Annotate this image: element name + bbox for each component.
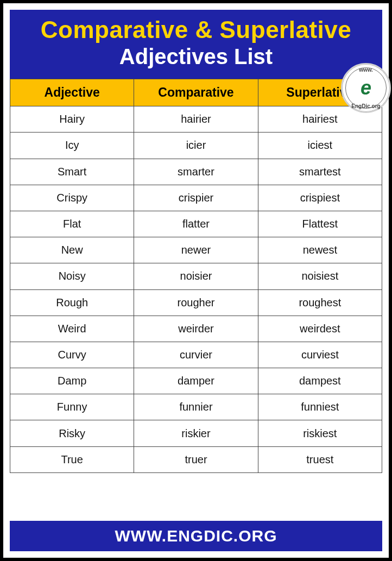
cell-adj: Icy: [10, 133, 134, 159]
cell-adj: Crispy: [10, 185, 134, 211]
cell-comp: hairier: [134, 106, 258, 133]
table-row: Curvycurviercurviest: [10, 342, 382, 368]
cell-comp: riskier: [134, 420, 258, 446]
cell-sup: roughest: [258, 289, 382, 316]
cell-sup: crispiest: [258, 185, 382, 211]
cell-sup: weirdest: [258, 316, 382, 342]
page-header: Comparative & Superlative Adjectives Lis…: [10, 10, 382, 79]
cell-sup: curviest: [258, 342, 382, 368]
page-title: Comparative & Superlative: [15, 17, 377, 42]
cell-sup: truest: [258, 446, 382, 472]
cell-sup: newest: [258, 237, 382, 263]
cell-sup: iciest: [258, 133, 382, 159]
brand-logo: www. e EngDic.org: [341, 63, 391, 113]
page-frame: Comparative & Superlative Adjectives Lis…: [0, 0, 392, 561]
table-row: Riskyriskierriskiest: [10, 420, 382, 446]
logo-top-text: www.: [359, 67, 373, 73]
cell-sup: dampest: [258, 368, 382, 394]
logo-bottom-text: EngDic.org: [351, 103, 380, 109]
logo-ring-icon: [345, 67, 387, 109]
cell-comp: newer: [134, 237, 258, 263]
cell-sup: noisiest: [258, 263, 382, 289]
cell-comp: funnier: [134, 394, 258, 420]
table-row: Hairyhairierhairiest: [10, 106, 382, 133]
cell-comp: truer: [134, 446, 258, 472]
cell-adj: Funny: [10, 394, 134, 420]
cell-sup: funniest: [258, 394, 382, 420]
cell-comp: damper: [134, 368, 258, 394]
table-header-row: Adjective Comparative Superlative: [10, 79, 382, 106]
cell-adj: Rough: [10, 289, 134, 316]
cell-comp: crispier: [134, 185, 258, 211]
table-container: Adjective Comparative Superlative Hairyh…: [10, 79, 382, 521]
table-row: Smartsmartersmartest: [10, 159, 382, 185]
table-row: Crispycrispiercrispiest: [10, 185, 382, 211]
cell-comp: noisier: [134, 263, 258, 289]
cell-comp: flatter: [134, 211, 258, 237]
cell-sup: riskiest: [258, 420, 382, 446]
col-comparative: Comparative: [134, 79, 258, 106]
cell-adj: Flat: [10, 211, 134, 237]
table-body: HairyhairierhairiestIcyiciericiestSmarts…: [10, 106, 382, 473]
table-row: Icyiciericiest: [10, 133, 382, 159]
cell-adj: Weird: [10, 316, 134, 342]
table-row: Dampdamperdampest: [10, 368, 382, 394]
cell-adj: True: [10, 446, 134, 472]
cell-comp: weirder: [134, 316, 258, 342]
adjectives-table: Adjective Comparative Superlative Hairyh…: [10, 79, 382, 473]
cell-comp: icier: [134, 133, 258, 159]
cell-adj: New: [10, 237, 134, 263]
table-row: Noisynoisiernoisiest: [10, 263, 382, 289]
cell-comp: rougher: [134, 289, 258, 316]
cell-adj: Hairy: [10, 106, 134, 133]
table-row: Truetruertruest: [10, 446, 382, 472]
page-footer: WWW.ENGDIC.ORG: [10, 521, 382, 551]
cell-comp: smarter: [134, 159, 258, 185]
table-row: Roughrougherroughest: [10, 289, 382, 316]
cell-sup: Flattest: [258, 211, 382, 237]
cell-adj: Damp: [10, 368, 134, 394]
cell-adj: Smart: [10, 159, 134, 185]
cell-adj: Curvy: [10, 342, 134, 368]
table-row: Funnyfunnierfunniest: [10, 394, 382, 420]
cell-adj: Risky: [10, 420, 134, 446]
page-subtitle: Adjectives List: [15, 45, 377, 69]
table-row: Newnewernewest: [10, 237, 382, 263]
footer-url: WWW.ENGDIC.ORG: [115, 527, 277, 545]
table-row: Weirdweirderweirdest: [10, 316, 382, 342]
col-adjective: Adjective: [10, 79, 134, 106]
cell-adj: Noisy: [10, 263, 134, 289]
table-row: FlatflatterFlattest: [10, 211, 382, 237]
cell-sup: smartest: [258, 159, 382, 185]
cell-comp: curvier: [134, 342, 258, 368]
